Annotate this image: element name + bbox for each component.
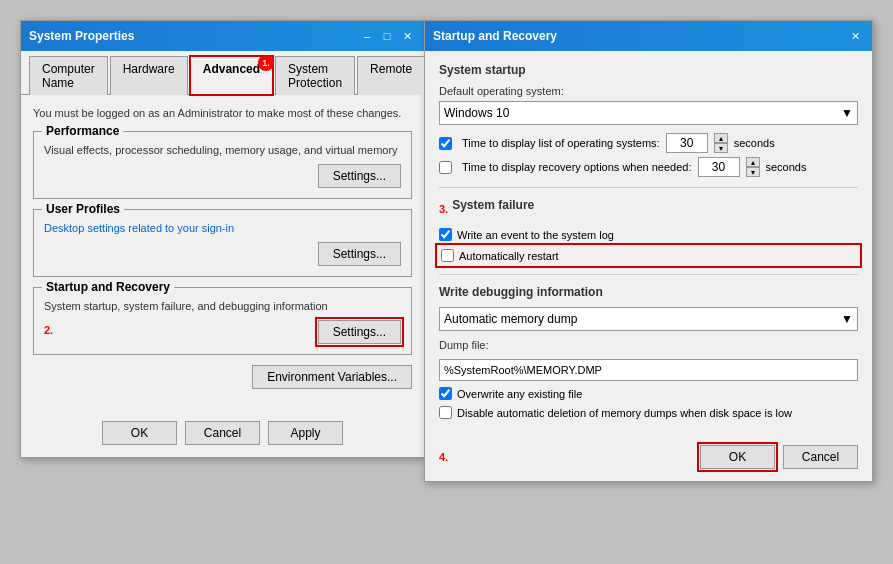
badge-2: 2. [44,324,53,336]
startup-recovery-settings-button[interactable]: Settings... [318,320,401,344]
display-list-row: Time to display list of operating system… [439,133,858,153]
system-failure-title: System failure [452,198,534,212]
system-properties-titlebar: System Properties – □ ✕ [21,21,424,51]
write-event-label: Write an event to the system log [457,229,614,241]
display-recovery-input[interactable] [698,157,740,177]
auto-restart-label: Automatically restart [459,250,559,262]
display-list-input[interactable] [666,133,708,153]
display-list-checkbox[interactable] [439,137,452,150]
system-properties-window: System Properties – □ ✕ Computer Name Ha… [20,20,425,458]
maximize-button[interactable]: □ [378,27,396,45]
sr-cancel-button[interactable]: Cancel [783,445,858,469]
display-list-label: Time to display list of operating system… [462,137,660,149]
display-recovery-label: Time to display recovery options when ne… [462,161,692,173]
display-recovery-spinner: ▴ ▾ [746,157,760,177]
tab-computer-name[interactable]: Computer Name [29,56,108,95]
sr-close-button[interactable]: ✕ [846,27,864,45]
startup-recovery-title: Startup and Recovery [433,29,557,43]
display-recovery-up[interactable]: ▴ [746,157,760,167]
performance-settings-button[interactable]: Settings... [318,164,401,188]
startup-recovery-description: System startup, system failure, and debu… [44,300,401,312]
dump-file-label: Dump file: [439,339,858,351]
user-profiles-description: Desktop settings related to your sign-in [44,222,401,234]
overwrite-checkbox[interactable] [439,387,452,400]
tab-remote[interactable]: Remote [357,56,425,95]
write-event-row: Write an event to the system log [439,228,858,241]
dump-file-input[interactable] [439,359,858,381]
display-list-spinner: ▴ ▾ [714,133,728,153]
titlebar-controls: – □ ✕ [358,27,416,45]
debugging-dropdown[interactable]: Automatic memory dump ▼ [439,307,858,331]
startup-recovery-content: System startup Default operating system:… [425,51,872,437]
user-profiles-section: User Profiles Desktop settings related t… [33,209,412,277]
default-os-dropdown[interactable]: Windows 10 ▼ [439,101,858,125]
disable-auto-delete-row: Disable automatic deletion of memory dum… [439,406,858,419]
tab-hardware[interactable]: Hardware [110,56,188,95]
display-recovery-unit: seconds [766,161,807,173]
default-os-label: Default operating system: [439,85,858,97]
sr-titlebar-controls: ✕ [846,27,864,45]
tab-advanced-label: Advanced [203,62,260,76]
performance-label: Performance [42,124,123,138]
debugging-dropdown-value: Automatic memory dump [444,312,577,326]
ok-button[interactable]: OK [102,421,177,445]
badge-1: 1. [258,55,274,71]
display-recovery-row: Time to display recovery options when ne… [439,157,858,177]
performance-description: Visual effects, processor scheduling, me… [44,144,401,156]
startup-recovery-label: Startup and Recovery [42,280,174,294]
overwrite-row: Overwrite any existing file [439,387,858,400]
tab-system-protection[interactable]: System Protection [275,56,355,95]
tabs-bar: Computer Name Hardware Advanced 1. Syste… [21,51,424,95]
system-startup-title: System startup [439,63,858,77]
debugging-dropdown-row: Automatic memory dump ▼ [439,307,858,331]
display-recovery-checkbox[interactable] [439,161,452,174]
badge-3: 3. [439,203,448,215]
user-profiles-label: User Profiles [42,202,124,216]
disable-auto-delete-checkbox[interactable] [439,406,452,419]
system-startup-section: System startup Default operating system:… [439,63,858,177]
startup-recovery-section: Startup and Recovery System startup, sys… [33,287,412,355]
system-properties-title: System Properties [29,29,134,43]
debugging-info-section: Write debugging information Automatic me… [439,285,858,419]
write-event-checkbox[interactable] [439,228,452,241]
debugging-dropdown-chevron-icon: ▼ [841,312,853,326]
system-properties-bottom-buttons: OK Cancel Apply [21,411,424,457]
display-list-down[interactable]: ▾ [714,143,728,153]
sr-ok-button[interactable]: OK [700,445,775,469]
section-divider-2 [439,274,858,275]
auto-restart-row: Automatically restart [439,247,858,264]
default-os-dropdown-row: Windows 10 ▼ [439,101,858,125]
system-properties-content: You must be logged on as an Administrato… [21,95,424,411]
section-divider [439,187,858,188]
startup-recovery-titlebar: Startup and Recovery ✕ [425,21,872,51]
overwrite-label: Overwrite any existing file [457,388,582,400]
display-list-up[interactable]: ▴ [714,133,728,143]
startup-recovery-bottom-buttons: 4. OK Cancel [425,437,872,481]
startup-recovery-window: Startup and Recovery ✕ System startup De… [424,20,873,482]
disable-auto-delete-label: Disable automatic deletion of memory dum… [457,407,792,419]
display-recovery-down[interactable]: ▾ [746,167,760,177]
auto-restart-checkbox[interactable] [441,249,454,262]
performance-section: Performance Visual effects, processor sc… [33,131,412,199]
user-profiles-settings-button[interactable]: Settings... [318,242,401,266]
admin-note: You must be logged on as an Administrato… [33,107,412,119]
environment-variables-button[interactable]: Environment Variables... [252,365,412,389]
minimize-button[interactable]: – [358,27,376,45]
close-button[interactable]: ✕ [398,27,416,45]
tab-advanced[interactable]: Advanced 1. [190,56,273,95]
apply-button[interactable]: Apply [268,421,343,445]
cancel-button[interactable]: Cancel [185,421,260,445]
display-list-unit: seconds [734,137,775,149]
dropdown-chevron-icon: ▼ [841,106,853,120]
default-os-value: Windows 10 [444,106,509,120]
debugging-info-title: Write debugging information [439,285,858,299]
system-failure-section: 3. System failure Write an event to the … [439,198,858,264]
badge-4: 4. [439,451,448,463]
